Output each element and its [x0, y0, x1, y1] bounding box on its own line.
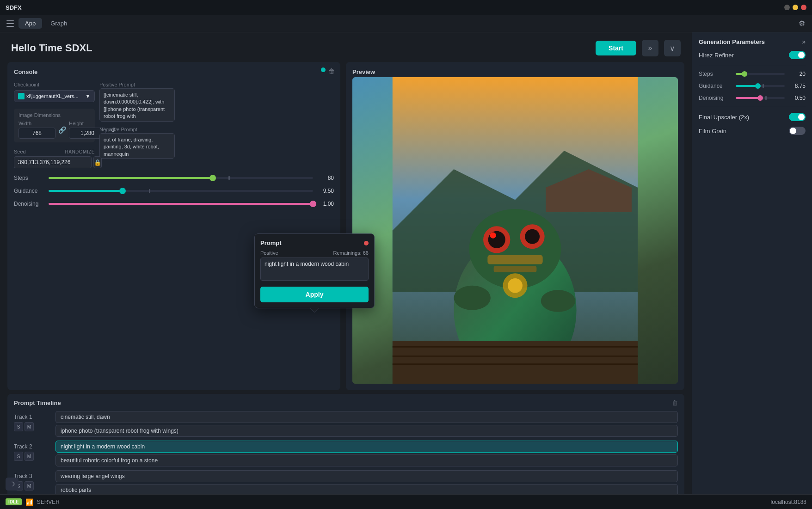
- track-1-label-col: Track 1 S M: [14, 411, 51, 431]
- timeline-delete-icon[interactable]: 🗑: [672, 399, 678, 406]
- track-chip[interactable]: cinematic still, dawn: [55, 411, 678, 423]
- bottom-section: Prompt Timeline 🗑 Track 1 S M cinematic …: [0, 394, 692, 509]
- hamburger-menu[interactable]: [4, 17, 17, 30]
- content-split: Console 🗑 Checkpoint xl\juggernautXL_ver…: [0, 62, 692, 394]
- svg-point-7: [490, 232, 496, 238]
- start-button[interactable]: Start: [596, 41, 636, 55]
- positive-prompt-textarea[interactable]: [[cinematic still, dawn:0.00000]:0.422],…: [99, 88, 175, 122]
- track-2-label: Track 2: [14, 443, 32, 450]
- track-row-1: Track 1 S M cinematic still, dawn iphone…: [14, 411, 678, 437]
- track-3-m-button[interactable]: M: [25, 481, 34, 491]
- timeline-header: Prompt Timeline 🗑: [14, 399, 678, 406]
- expand-button[interactable]: »: [642, 40, 658, 56]
- hirez-refiner-row: Hirez Refiner: [699, 51, 806, 59]
- track-2-buttons: S M: [14, 452, 34, 461]
- rp-guidance-value: 8.75: [789, 83, 806, 89]
- denoising-slider-row: Denoising 1.00: [14, 201, 334, 207]
- width-input[interactable]: [18, 128, 55, 139]
- track-1-content: cinematic still, dawn iphone photo (tran…: [55, 411, 678, 437]
- hirez-refiner-toggle[interactable]: [789, 51, 806, 59]
- collapse-right-panel-button[interactable]: »: [802, 38, 806, 45]
- rp-steps-slider-row: Steps 20: [699, 71, 806, 77]
- popup-textarea[interactable]: night light in a modern wood cabin: [260, 258, 369, 281]
- denoising-thumb[interactable]: [310, 201, 316, 207]
- timeline-title: Prompt Timeline: [14, 399, 61, 406]
- right-panel-title: Generation Parameters: [699, 38, 765, 45]
- console-delete-icon[interactable]: 🗑: [328, 67, 335, 75]
- negative-prompt-label: Negative Prompt: [99, 127, 334, 132]
- track-1-s-button[interactable]: S: [14, 422, 23, 431]
- seed-input[interactable]: [14, 156, 92, 168]
- popup-field-label: Positive: [260, 250, 278, 256]
- toggle-thumb: [798, 52, 805, 58]
- toggle-thumb: [798, 114, 805, 120]
- rp-steps-thumb[interactable]: [742, 71, 747, 77]
- randomize-button[interactable]: RANDOMIZE: [65, 149, 95, 154]
- popup-remaining: Remainings: 66: [333, 250, 369, 256]
- guidance-slider-row: Guidance 9.50: [14, 188, 334, 194]
- final-upscaler-toggle[interactable]: [789, 113, 806, 121]
- dot-maximize[interactable]: [793, 5, 798, 10]
- rp-denoising-thumb[interactable]: [757, 95, 763, 101]
- denoising-fill: [49, 203, 313, 205]
- track-chip-selected[interactable]: night light in a modern wood cabin: [55, 441, 678, 453]
- dot-minimize[interactable]: [784, 5, 790, 10]
- dot-close[interactable]: [801, 5, 806, 10]
- localhost-label: localhost:8188: [771, 499, 806, 505]
- steps-thumb[interactable]: [209, 175, 216, 181]
- track-3-content: wearing large angel wings robotic parts: [55, 470, 678, 496]
- rp-steps-label: Steps: [699, 71, 731, 77]
- track-chip[interactable]: beautiful robotic colorful frog on a sto…: [55, 454, 678, 466]
- rp-steps-track[interactable]: [736, 73, 785, 75]
- steps-track[interactable]: [49, 177, 313, 179]
- console-panel: Console 🗑 Checkpoint xl\juggernautXL_ver…: [7, 62, 340, 390]
- popup-header: Prompt: [260, 239, 369, 246]
- denoising-track[interactable]: [49, 203, 313, 205]
- gear-icon[interactable]: ⚙: [795, 17, 808, 30]
- negative-prompt-group: Negative Prompt out of frame, drawing, p…: [99, 127, 334, 160]
- track-chip[interactable]: iphone photo (transparent robot frog wit…: [55, 425, 678, 437]
- seed-input-row: 🔒: [14, 156, 95, 168]
- guidance-thumb[interactable]: [119, 188, 126, 194]
- chevron-down-icon: ▼: [85, 93, 91, 99]
- moon-button[interactable]: ☽: [6, 478, 18, 491]
- track-1-buttons: S M: [14, 422, 34, 431]
- svg-rect-10: [487, 255, 542, 264]
- checkpoint-section: Checkpoint xl\juggernautXL_vers... ▼ Ima…: [14, 82, 95, 168]
- image-dimensions-section: Image Dimensions Width 🔗 Height: [14, 109, 95, 142]
- rp-denoising-label: Denoising: [699, 95, 731, 101]
- film-grain-label: Film Grain: [699, 128, 785, 135]
- track-1-m-button[interactable]: M: [25, 422, 34, 431]
- track-2-m-button[interactable]: M: [25, 452, 34, 461]
- toggle-thumb: [790, 128, 796, 134]
- tab-graph[interactable]: Graph: [44, 18, 74, 29]
- checkpoint-icon: [18, 93, 25, 99]
- track-2-s-button[interactable]: S: [14, 452, 23, 461]
- rp-denoising-track[interactable]: [736, 97, 785, 99]
- rp-guidance-thumb[interactable]: [755, 83, 761, 89]
- svg-point-15: [508, 278, 523, 293]
- negative-prompt-textarea[interactable]: out of frame, drawing, painting, 3d, whi…: [99, 133, 175, 159]
- popup-close-button[interactable]: [364, 241, 369, 245]
- console-title: Console: [14, 68, 334, 75]
- guidance-label: Guidance: [14, 188, 44, 194]
- denoising-value: 1.00: [318, 201, 334, 207]
- frog-scene: [352, 77, 678, 384]
- svg-rect-11: [494, 266, 537, 272]
- guidance-track[interactable]: [49, 190, 313, 192]
- remaining-label: Remainings:: [333, 250, 362, 256]
- hirez-refiner-label: Hirez Refiner: [699, 52, 785, 59]
- popup-title: Prompt: [260, 239, 282, 246]
- rp-guidance-track[interactable]: [736, 85, 785, 87]
- popup-apply-button[interactable]: Apply: [260, 287, 369, 302]
- steps-label: Steps: [14, 175, 44, 181]
- bottom-bar: IDLE 📶 SERVER localhost:8188: [0, 494, 812, 509]
- popup-label-row: Positive Remainings: 66: [260, 250, 369, 256]
- track-chip[interactable]: wearing large angel wings: [55, 470, 678, 482]
- server-label: SERVER: [37, 499, 60, 505]
- film-grain-toggle[interactable]: [789, 127, 806, 135]
- checkpoint-select[interactable]: xl\juggernautXL_vers... ▼: [14, 90, 95, 102]
- collapse-header-button[interactable]: ∨: [664, 40, 681, 56]
- app-logo: SDFX: [6, 4, 22, 11]
- tab-app[interactable]: App: [18, 18, 42, 29]
